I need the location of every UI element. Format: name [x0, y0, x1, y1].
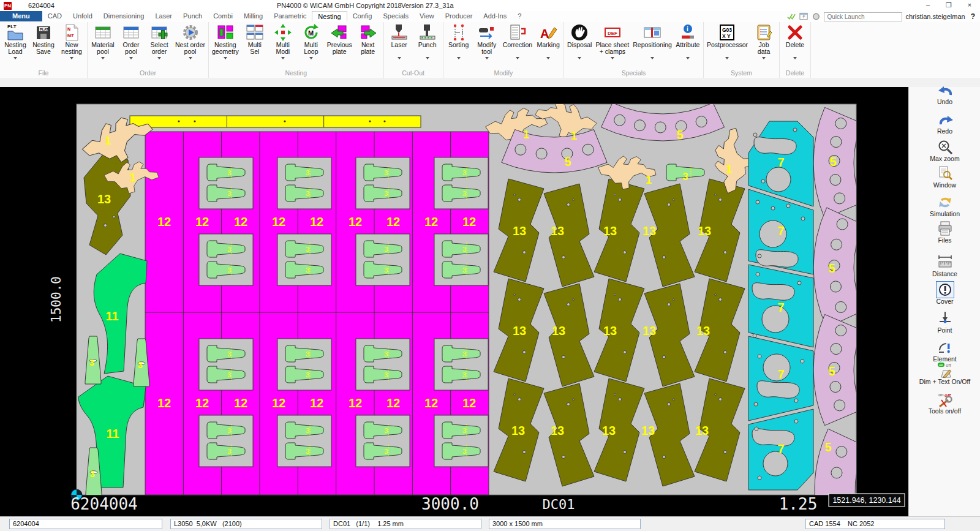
double-check-icon[interactable]	[787, 12, 796, 21]
dropdown-arrow-icon[interactable]	[281, 57, 285, 59]
marking-button[interactable]: AMarking	[534, 23, 562, 69]
tab-producer[interactable]: Producer	[440, 11, 478, 21]
svg-text:7: 7	[777, 442, 784, 456]
sidebar-item-element[interactable]: Element	[909, 339, 980, 363]
correction-button[interactable]: Correction	[501, 23, 534, 69]
new-nesting-button[interactable]: NINITNew nesting	[58, 23, 86, 69]
status-field-4[interactable]: CAD 1554 NC 2052	[805, 519, 945, 529]
next-plate-button[interactable]: Next plate	[354, 23, 382, 69]
dropdown-arrow-icon[interactable]	[546, 57, 550, 59]
delete-button[interactable]: Delete	[781, 23, 809, 69]
close-button[interactable]: ×	[959, 0, 980, 10]
place-sheet-clamps-button[interactable]: DEFPlace sheet + clamps	[594, 23, 631, 69]
sidebar-item-tools-on-off[interactable]: onoffTools on/off	[909, 391, 980, 415]
tab-combi[interactable]: Combi	[208, 11, 238, 21]
sorting-button[interactable]: Sorting	[445, 23, 473, 69]
dropdown-arrow-icon[interactable]	[189, 57, 192, 59]
sidebar-item-cover[interactable]: Cover	[909, 282, 980, 305]
dropdown-arrow-icon[interactable]	[485, 57, 489, 59]
material-pool-button[interactable]: Material pool	[89, 23, 117, 69]
quick-launch-input[interactable]	[824, 12, 902, 21]
attribute-button[interactable]: iAttribute	[674, 23, 702, 69]
tab-menu[interactable]: Menu	[0, 11, 42, 21]
help-button[interactable]: ?	[968, 12, 978, 21]
sidebar-item-max-zoom[interactable]: Max zoom	[909, 139, 980, 162]
status-field-0[interactable]: 6204004	[9, 519, 162, 529]
sidebar-item-window[interactable]: Window	[909, 165, 980, 189]
modify-tool-button[interactable]: Modify tool	[473, 23, 501, 69]
sidebar-item-files[interactable]: Files	[909, 220, 980, 244]
sidebar-item-distance[interactable]: Distance	[909, 254, 980, 277]
tab-punch[interactable]: Punch	[178, 11, 208, 21]
multi-sel-button[interactable]: Multi Sel	[241, 23, 269, 69]
dropdown-arrow-icon[interactable]	[457, 57, 461, 59]
nesting-canvas[interactable]: 3333333333333333333333333333333312121212…	[0, 87, 908, 516]
dropdown-arrow-icon[interactable]	[309, 57, 313, 59]
disposal-button[interactable]: Disposal	[565, 23, 594, 69]
job-data-button[interactable]: Job data	[750, 23, 778, 69]
minimize-button[interactable]: –	[918, 0, 938, 10]
svg-text:3: 3	[462, 246, 466, 253]
sidebar-item-dim-text-on-off[interactable]: onoffDim + Text On/Off	[909, 362, 980, 385]
tab-parametric[interactable]: Parametric	[268, 11, 312, 21]
dropdown-arrow-icon[interactable]	[13, 57, 17, 59]
maximize-button[interactable]: ❐	[938, 0, 959, 10]
tab-cad[interactable]: CAD	[42, 11, 67, 21]
dropdown-arrow-icon[interactable]	[793, 57, 797, 59]
tab-nesting[interactable]: Nesting	[312, 11, 347, 21]
nesting-geometry-button[interactable]: Nesting geometry	[210, 23, 241, 69]
svg-text:G03: G03	[722, 27, 732, 33]
dropdown-arrow-icon[interactable]	[762, 57, 766, 59]
dropdown-arrow-icon[interactable]	[516, 57, 519, 59]
repositioning-button[interactable]: Repositioning	[631, 23, 674, 69]
nesting-drawing[interactable]: 3333333333333333333333333333333312121212…	[0, 87, 908, 516]
previous-plate-button[interactable]: Previous plate	[325, 23, 354, 69]
dropdown-arrow-icon[interactable]	[101, 57, 105, 59]
nest-order-pool-button[interactable]: Nest order pool	[173, 23, 207, 69]
select-order-button[interactable]: Select order	[145, 23, 173, 69]
ribbon-group-modify: SortingModify toolCorrectionAMarkingModi…	[443, 22, 564, 78]
tab-specials[interactable]: Specials	[377, 11, 414, 21]
tab-laser[interactable]: Laser	[149, 11, 178, 21]
tab-[interactable]: ?	[512, 11, 527, 21]
sidebar-item-redo[interactable]: Redo	[909, 111, 980, 135]
tab-view[interactable]: View	[414, 11, 440, 21]
save-window-icon[interactable]	[799, 12, 809, 21]
order-pool-button[interactable]: Order pool	[117, 23, 145, 69]
sidebar-item-undo[interactable]: Undo	[909, 82, 980, 105]
svg-text:3: 3	[227, 427, 231, 434]
sidebar-item-point[interactable]: Point	[909, 311, 980, 334]
multi-modi-button[interactable]: Multi Modi	[269, 23, 297, 69]
nested-parts[interactable]: 3333333333333333333333333333333312121212…	[78, 101, 869, 516]
laser-button[interactable]: Laser	[385, 23, 413, 69]
postprocessor-button[interactable]: G03X YPostprocessor	[705, 23, 750, 69]
record-icon[interactable]	[812, 12, 821, 21]
svg-text:12: 12	[310, 396, 323, 410]
multi-loop-button[interactable]: MMulti Loop	[297, 23, 325, 69]
laser-icon	[390, 23, 409, 42]
tab-add-ins[interactable]: Add-Ins	[478, 11, 512, 21]
tab-config[interactable]: Config	[347, 11, 378, 21]
dropdown-arrow-icon[interactable]	[686, 57, 690, 59]
dropdown-arrow-icon[interactable]	[398, 57, 401, 59]
dropdown-arrow-icon[interactable]	[650, 57, 654, 59]
dropdown-arrow-icon[interactable]	[725, 57, 729, 59]
status-field-1[interactable]: L3050 5,0KW (2100)	[170, 519, 322, 529]
dropdown-arrow-icon[interactable]	[129, 57, 133, 59]
dropdown-arrow-icon[interactable]	[578, 57, 581, 59]
dropdown-arrow-icon[interactable]	[611, 57, 614, 59]
sidebar-item-simulation[interactable]: Simulation	[909, 194, 980, 217]
status-field-3[interactable]: 3000 x 1500 mm	[489, 519, 641, 529]
canvas-info-label: DC01	[543, 497, 575, 512]
dropdown-arrow-icon[interactable]	[224, 57, 227, 59]
dropdown-arrow-icon[interactable]	[426, 57, 429, 59]
nesting-load-button[interactable]: PLTNesting Load	[1, 23, 29, 69]
tab-dimensioning[interactable]: Dimensioning	[98, 11, 150, 21]
dropdown-arrow-icon[interactable]	[157, 57, 161, 59]
nesting-save-button[interactable]: PLATNesting Save	[29, 23, 58, 69]
tab-milling[interactable]: Milling	[238, 11, 268, 21]
status-field-2[interactable]: DC01 (1/1) 1.25 mm	[330, 519, 481, 529]
dropdown-arrow-icon[interactable]	[70, 57, 74, 59]
tab-unfold[interactable]: Unfold	[67, 11, 98, 21]
punch-button[interactable]: Punch	[413, 23, 442, 69]
